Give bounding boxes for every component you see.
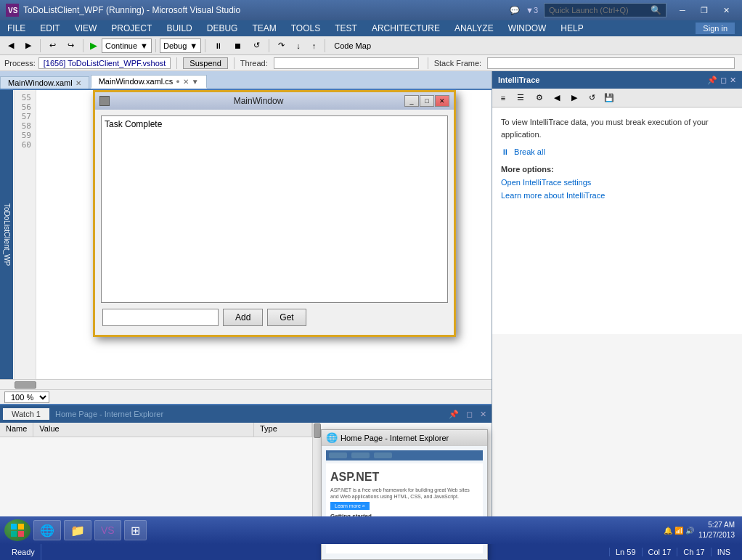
signal-icon: ▼3 (526, 6, 538, 15)
process-value[interactable]: [1656] ToDoListClient_WPF.vshost (38, 57, 171, 69)
quick-launch-input[interactable] (549, 6, 651, 15)
suspend-button[interactable]: Suspend (183, 57, 227, 69)
quick-launch[interactable]: 🔍 (544, 3, 666, 17)
taskbar-folder-button[interactable]: 📁 (64, 520, 91, 540)
continue-dropdown[interactable]: Continue ▼ (102, 38, 152, 53)
intellitrace-learn-link[interactable]: Learn more about IntelliTrace (501, 191, 733, 200)
play-button[interactable]: ▶ (87, 40, 100, 51)
col-label: Col 17 (648, 548, 672, 556)
titlebar: VS ToDoListClient_WPF (Running) - Micros… (0, 0, 742, 20)
undo-button[interactable]: ↩ (44, 38, 61, 54)
taskbar-vs-button[interactable]: VS (94, 520, 121, 540)
watch-header: Name Value Type (0, 423, 312, 437)
debug-dropdown[interactable]: Debug ▼ (160, 38, 201, 53)
it-refresh-btn[interactable]: ↺ (584, 91, 600, 105)
ie-description: ASP.NET is a free web framework for buil… (330, 487, 478, 500)
ie-icon: 🌐 (326, 432, 338, 443)
menu-edit[interactable]: EDIT (33, 20, 67, 36)
wpf-add-button[interactable]: Add (223, 309, 263, 326)
start-button[interactable] (4, 519, 30, 541)
it-save-btn[interactable]: 💾 (601, 91, 617, 105)
intellitrace-header-icons: 📌 ◻ ✕ (707, 76, 736, 85)
wpf-restore-button[interactable]: □ (420, 95, 434, 107)
it-forward-btn[interactable]: ▶ (566, 91, 582, 105)
intellitrace-title: IntelliTrace (498, 76, 539, 84)
intellitrace-auto-hide-icon[interactable]: ◻ (720, 76, 727, 85)
svg-rect-2 (11, 524, 17, 529)
tab-cs-label: MainWindow.xaml.cs (99, 77, 174, 86)
tab-mainwindow-cs[interactable]: MainWindow.xaml.cs ● ✕ ▼ (91, 75, 207, 89)
minimize-button[interactable]: ─ (672, 3, 693, 17)
wpf-listbox[interactable]: Task Complete (101, 115, 448, 303)
tab-cs-more[interactable]: ▼ (192, 78, 199, 86)
solution-explorer-tab[interactable]: ToDoListClient_WP (0, 90, 13, 379)
watch-scroll-thumb[interactable] (314, 423, 321, 438)
menu-build[interactable]: BUILD (159, 20, 199, 36)
line-numbers: 555657585960 (15, 90, 36, 379)
notification-area: 💬 ▼3 (510, 6, 538, 15)
menu-test[interactable]: TEST (327, 20, 364, 36)
h-scroll-thumb[interactable] (15, 381, 36, 389)
menu-window[interactable]: WINDOW (501, 20, 554, 36)
stop-button[interactable]: ⏹ (229, 38, 247, 54)
it-table-btn[interactable]: ≡ (495, 91, 511, 105)
tab-mainwindow-xaml[interactable]: MainWindow.xaml ✕ (0, 76, 89, 89)
menu-analyze[interactable]: ANALYZE (447, 20, 501, 36)
tab-cs-close[interactable]: ✕ (183, 78, 189, 86)
menu-architecture[interactable]: ARCHITECTURE (364, 20, 447, 36)
back-button[interactable]: ◀ (3, 38, 19, 54)
bottom-auto-hide-icon[interactable]: ◻ (464, 410, 475, 419)
restore-button[interactable]: ❐ (694, 3, 714, 17)
step-over-button[interactable]: ↷ (273, 38, 290, 54)
menu-tools[interactable]: TOOLS (284, 20, 327, 36)
redo-button[interactable]: ↪ (62, 38, 79, 54)
taskbar-ie-button[interactable]: 🌐 (33, 520, 61, 540)
zoom-dropdown[interactable]: 100 % (4, 391, 49, 403)
restart-button[interactable]: ↺ (248, 38, 265, 54)
bottom-close-icon[interactable]: ✕ (478, 410, 489, 419)
tab-xaml-close[interactable]: ✕ (76, 79, 81, 87)
menu-team[interactable]: TEAM (245, 20, 283, 36)
thread-value[interactable] (274, 57, 419, 69)
menu-debug[interactable]: DEBUG (200, 20, 245, 36)
menu-project[interactable]: PROJECT (104, 20, 159, 36)
proc-sep-3 (428, 57, 428, 69)
menu-view[interactable]: VIEW (68, 20, 105, 36)
pause-button[interactable]: ⏸ (209, 38, 227, 54)
taskbar: 🌐 📁 VS ⊞ 🔔 📶 🔊 5:27 AM 11/27/2013 (0, 516, 742, 544)
code-map-button[interactable]: Code Map (329, 38, 376, 54)
dropdown-arrow: ▼ (140, 41, 148, 50)
it-back-btn[interactable]: ◀ (549, 91, 565, 105)
menu-help[interactable]: HELP (553, 20, 590, 36)
debug-arrow: ▼ (189, 41, 197, 50)
step-into-button[interactable]: ↓ (291, 38, 306, 54)
wpf-close-button[interactable]: ✕ (435, 95, 449, 107)
it-list-btn[interactable]: ☰ (513, 91, 529, 105)
wpf-get-button[interactable]: Get (267, 309, 306, 326)
forward-button[interactable]: ▶ (20, 38, 36, 54)
proc-sep-2 (234, 57, 235, 69)
wpf-text-input[interactable] (102, 309, 219, 326)
break-all-link[interactable]: ⏸ Break all (501, 147, 733, 156)
time-value: 5:27 AM (698, 520, 735, 530)
sign-in-button[interactable]: Sign in (696, 23, 735, 34)
step-out-button[interactable]: ↑ (307, 38, 322, 54)
intellitrace-settings-link[interactable]: Open IntelliTrace settings (501, 178, 733, 187)
menu-file[interactable]: FILE (0, 20, 33, 36)
intellitrace-pin-icon[interactable]: 📌 (707, 76, 717, 85)
it-settings-btn[interactable]: ⚙ (531, 91, 547, 105)
status-ln: Ln 59 (609, 548, 642, 556)
stack-frame-value[interactable] (487, 57, 735, 69)
wpf-minimize-button[interactable]: _ (404, 95, 419, 107)
taskbar-task-view-button[interactable]: ⊞ (124, 520, 147, 540)
process-bar: Process: [1656] ToDoListClient_WPF.vshos… (0, 55, 742, 71)
ie-tab[interactable]: Home Page - Internet Explorer (55, 410, 163, 418)
ie-learn-button[interactable]: Learn more » (330, 502, 370, 510)
horizontal-scrollbar[interactable] (0, 379, 492, 389)
watch-tab[interactable]: Watch 1 (3, 408, 49, 420)
intellitrace-close-icon[interactable]: ✕ (730, 76, 736, 85)
editor-panel: MainWindow.xaml ✕ MainWindow.xaml.cs ● ✕… (0, 71, 492, 404)
debug-label: Debug (163, 41, 187, 50)
bottom-pin-icon[interactable]: 📌 (447, 410, 461, 419)
close-button[interactable]: ✕ (716, 3, 736, 17)
